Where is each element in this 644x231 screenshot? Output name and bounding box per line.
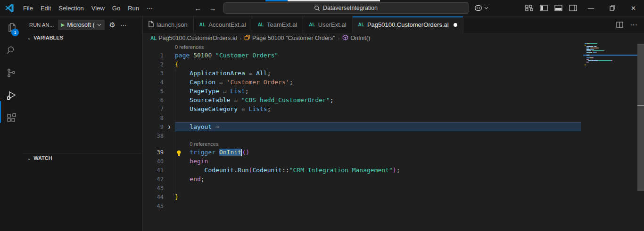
code-line-38[interactable]: 38	[143, 131, 644, 140]
tab-accountext-al[interactable]: ALAccountExt.al	[194, 16, 252, 33]
code-line-9[interactable]: 9❯ layout ⋯	[143, 122, 644, 131]
code-line-39[interactable]: 39 trigger OnInit()	[143, 148, 644, 157]
forward-button[interactable]: →	[206, 3, 220, 13]
menu-selection[interactable]: Selection	[55, 3, 87, 14]
minimap[interactable]	[583, 43, 637, 67]
editor-group: launch.jsonALAccountExt.alALTeamExt.alAL…	[143, 16, 644, 231]
code-text[interactable]: trigger OnInit()	[175, 148, 249, 157]
scrollbar-thumb[interactable]	[637, 44, 644, 191]
restore-button[interactable]	[602, 0, 623, 16]
tab-label: UserExt.al	[318, 21, 347, 28]
code-line-7[interactable]: 7 UsageCategory = Lists;	[143, 104, 644, 113]
toggle-secondary-sidebar-icon[interactable]	[566, 3, 580, 13]
breadcrumb-item[interactable]: OnInit()	[342, 34, 370, 42]
source-control-icon[interactable]	[0, 62, 23, 84]
editor-scrollbar[interactable]	[637, 43, 644, 231]
code-text[interactable]: UsageCategory = Lists;	[175, 104, 271, 113]
code-text[interactable]: }	[175, 192, 179, 201]
command-center: ← → DataverseIntegration	[157, 2, 522, 14]
code-text[interactable]: PageType = List;	[175, 87, 249, 96]
code-text[interactable]: begin	[175, 157, 208, 166]
tab-teamext-al[interactable]: ALTeamExt.al	[252, 16, 304, 33]
launch-config-dropdown[interactable]: ▶ Microsoft (	[58, 20, 105, 30]
code-text[interactable]: {	[175, 60, 179, 69]
code-line-2[interactable]: 2{	[143, 60, 644, 69]
fold-expand-icon[interactable]: ❯	[168, 124, 171, 129]
watch-section-header[interactable]: ⌄ WATCH	[23, 153, 142, 163]
codelens-references[interactable]: 0 references	[175, 44, 204, 50]
code-text[interactable]: end;	[175, 175, 205, 183]
breadcrumb-separator: ›	[337, 35, 341, 41]
tab-bar: launch.jsonALAccountExt.alALTeamExt.alAL…	[143, 16, 644, 33]
tab-launch-json[interactable]: launch.json	[143, 16, 194, 33]
menu-run[interactable]: Run	[124, 3, 143, 14]
codelens-row: 0 references	[143, 43, 644, 51]
search-value: DataverseIntegration	[323, 5, 378, 11]
code-text[interactable]: SourceTable = "CDS hadd_CustomerOrder";	[175, 96, 334, 104]
close-window-button[interactable]: ✕	[623, 0, 644, 16]
line-number: 42	[143, 176, 164, 183]
activity-bar: 1	[0, 16, 23, 231]
top-progress-white	[288, 0, 380, 1]
split-editor-icon[interactable]	[616, 22, 623, 28]
copilot-menu-button[interactable]	[474, 5, 488, 11]
menu-overflow-button[interactable]: ⋯	[143, 3, 157, 14]
breadcrumb: ALPag50100.CustomerOrders.al›Page 50100 …	[143, 33, 644, 43]
gear-icon[interactable]: ⚙	[109, 21, 116, 29]
search-input[interactable]: DataverseIntegration	[223, 2, 469, 14]
run-and-debug-icon[interactable]	[0, 84, 23, 107]
breadcrumb-item[interactable]: ALPag50100.CustomerOrders.al	[150, 35, 237, 41]
extensions-icon[interactable]	[0, 107, 23, 129]
panel-title: RUN AN...	[29, 22, 54, 28]
sidebar-more-actions-icon[interactable]: ⋯	[120, 21, 127, 29]
search-view-icon[interactable]	[0, 39, 23, 62]
code-text[interactable]: Codeunit.Run(Codeunit::"CRM Integration …	[175, 166, 400, 175]
breadcrumb-label: OnInit()	[350, 35, 370, 41]
code-line-42[interactable]: 42 end;	[143, 175, 644, 183]
code-line-6[interactable]: 6 SourceTable = "CDS hadd_CustomerOrder"…	[143, 96, 644, 104]
minimap-line	[583, 66, 637, 67]
code-text[interactable]: layout ⋯	[175, 122, 219, 131]
code-line-40[interactable]: 40 begin	[143, 157, 644, 166]
title-bar: FileEditSelectionViewGoRun ⋯ ← → Dataver…	[0, 0, 644, 16]
tab-userext-al[interactable]: ALUserExt.al	[303, 16, 352, 33]
breadcrumb-item[interactable]: Page 50100 "Customer Orders"	[244, 34, 335, 42]
code-line-41[interactable]: 41 Codeunit.Run(Codeunit::"CRM Integrati…	[143, 166, 644, 175]
tab-label: AccountExt.al	[208, 21, 246, 28]
code-line-5[interactable]: 5 PageType = List;	[143, 87, 644, 96]
menu-file[interactable]: File	[19, 3, 37, 14]
editor-more-actions-icon[interactable]: ⋯	[630, 20, 637, 29]
toggle-primary-sidebar-icon[interactable]	[537, 3, 551, 13]
modified-dot-close-button[interactable]	[454, 23, 457, 27]
codelens-references[interactable]: 0 references	[190, 141, 218, 147]
explorer-icon[interactable]: 1	[0, 16, 23, 39]
breadcrumb-label: Pag50100.CustomerOrders.al	[158, 35, 237, 41]
menu-go[interactable]: Go	[108, 3, 124, 14]
code-line-43[interactable]: 43	[143, 183, 644, 192]
minimize-button[interactable]: —	[580, 0, 602, 16]
code-line-44[interactable]: 44}	[143, 192, 644, 201]
back-button[interactable]: ←	[191, 3, 206, 13]
code-line-45[interactable]: 45	[143, 201, 644, 210]
code-line-4[interactable]: 4 Caption = 'Customer Orders';	[143, 78, 644, 87]
code-editor[interactable]: 0 references1page 50100 "Customer Orders…	[143, 43, 644, 231]
toggle-panel-icon[interactable]	[551, 3, 566, 13]
code-text[interactable]: ApplicationArea = All;	[175, 69, 271, 78]
code-text[interactable]: page 50100 "Customer Orders"	[175, 51, 278, 60]
variables-section-label: VARIABLES	[33, 35, 63, 40]
menu-view[interactable]: View	[88, 3, 108, 14]
code-line-8[interactable]: 8	[143, 113, 644, 122]
tab-pag50100-customerorders-al[interactable]: ALPag50100.CustomerOrders.al	[353, 16, 463, 33]
start-debug-icon[interactable]: ▶	[61, 22, 65, 27]
customize-layout-icon[interactable]	[522, 3, 537, 13]
code-line-3[interactable]: 3 ApplicationArea = All;	[143, 69, 644, 78]
menu-edit[interactable]: Edit	[37, 3, 55, 14]
codelens-row: 0 references	[143, 140, 644, 148]
chevron-down-icon: ⌄	[27, 155, 31, 161]
chevron-down-icon: ⌄	[27, 35, 31, 41]
code-text[interactable]: Caption = 'Customer Orders';	[175, 78, 293, 87]
variables-section-header[interactable]: ⌄ VARIABLES	[23, 33, 142, 42]
explorer-badge: 1	[11, 29, 19, 36]
editor-actions: ⋯	[616, 16, 644, 33]
code-line-1[interactable]: 1page 50100 "Customer Orders"	[143, 51, 644, 60]
